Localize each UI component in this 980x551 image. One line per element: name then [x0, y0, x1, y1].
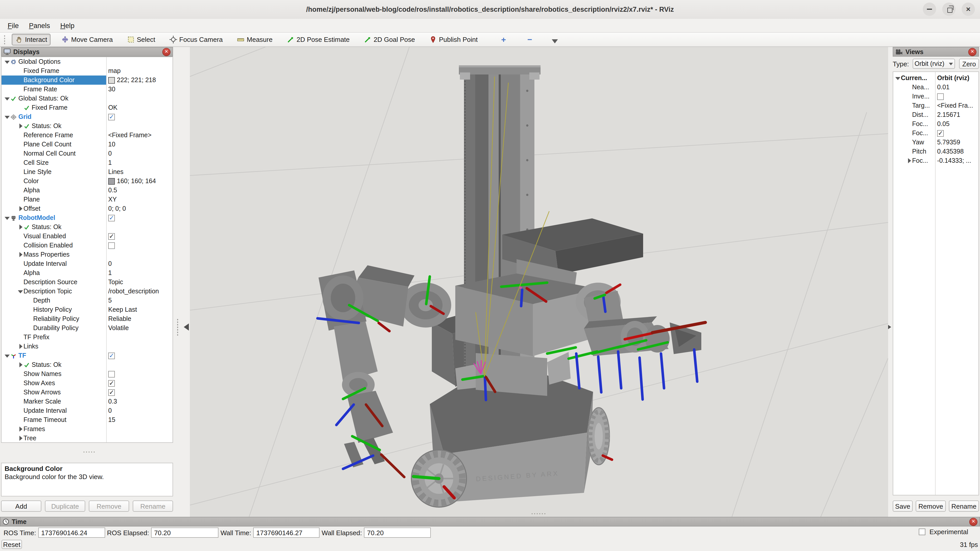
views-close-button[interactable]: ✕ [968, 48, 977, 56]
tool-interact[interactable]: Interact [12, 34, 51, 45]
expander-open-icon[interactable] [4, 114, 10, 120]
views-tree-row[interactable]: Curren...Orbit (rviz) [893, 73, 978, 83]
color-swatch[interactable] [108, 77, 115, 83]
expander-closed-icon[interactable] [18, 251, 24, 258]
displays-tree-row[interactable]: Normal Cell Count0 [2, 149, 172, 158]
views-tree-row[interactable]: Foc...0.05 [893, 119, 978, 129]
displays-tree-row[interactable]: TF✓ [2, 351, 172, 360]
views-tree-row[interactable]: Targ...<Fixed Fra... [893, 101, 978, 110]
duplicate-display-button[interactable]: Duplicate [45, 500, 85, 512]
displays-tree-row[interactable]: Depth5 [2, 296, 172, 305]
toolbar-overflow-icon[interactable] [552, 39, 558, 46]
displays-tree-row[interactable]: Global Status: Ok [2, 94, 172, 103]
checkbox[interactable]: ✓ [108, 214, 115, 221]
views-tree-row[interactable]: Dist...2.15671 [893, 110, 978, 119]
wall-elapsed-value[interactable]: 70.20 [364, 527, 431, 538]
displays-tree-row[interactable]: Mass Properties [2, 250, 172, 259]
checkbox[interactable]: ✓ [108, 389, 115, 395]
displays-tree-row[interactable]: Show Names [2, 369, 172, 379]
displays-tree-row[interactable]: PlaneXY [2, 195, 172, 204]
menu-panels[interactable]: Panels [24, 21, 55, 30]
expander-closed-icon[interactable] [18, 426, 24, 432]
displays-tree-row[interactable]: TF Prefix [2, 333, 172, 342]
experimental-checkbox[interactable] [919, 529, 925, 535]
expander-closed-icon[interactable] [18, 206, 24, 212]
displays-tree-row[interactable]: Color160; 160; 164 [2, 176, 172, 186]
displays-panel-header[interactable]: Displays ✕ [1, 47, 173, 57]
displays-tree-row[interactable]: Reference Frame<Fixed Frame> [2, 130, 172, 140]
expander-open-icon[interactable] [4, 59, 10, 65]
ros-elapsed-value[interactable]: 70.20 [151, 527, 218, 538]
displays-tree-row[interactable]: Cell Size1 [2, 158, 172, 167]
displays-tree-row[interactable]: Update Interval0 [2, 406, 172, 415]
displays-tree-row[interactable]: Reliability PolicyReliable [2, 314, 172, 324]
displays-tree-row[interactable]: Durability PolicyVolatile [2, 324, 172, 333]
displays-tree-row[interactable]: Tree [2, 433, 172, 443]
displays-tree-row[interactable]: Alpha1 [2, 268, 172, 278]
maximize-button[interactable] [942, 3, 956, 16]
menu-help[interactable]: Help [56, 21, 79, 30]
ros-time-value[interactable]: 1737690146.24 [38, 527, 105, 538]
expander-open-icon[interactable] [4, 95, 10, 102]
views-panel-header[interactable]: Views ✕ [893, 47, 979, 57]
expander-closed-icon[interactable] [906, 158, 912, 164]
views-tree-row[interactable]: Inve... [893, 92, 978, 101]
displays-tree-row[interactable]: Visual Enabled✓ [2, 232, 172, 241]
3d-viewport[interactable]: DESIGNED BY ARX [190, 47, 888, 517]
checkbox[interactable]: ✓ [108, 352, 115, 359]
tool-publish-point[interactable]: Publish Point [426, 34, 481, 45]
displays-tree-row[interactable]: Show Arrows✓ [2, 388, 172, 397]
close-button[interactable]: × [962, 3, 975, 16]
displays-tree-row[interactable]: Status: Ok [2, 360, 172, 369]
displays-tree-row[interactable]: History PolicyKeep Last [2, 305, 172, 314]
tool-move-camera[interactable]: Move Camera [58, 34, 116, 45]
tool-focus-camera[interactable]: Focus Camera [166, 34, 226, 45]
tool-select[interactable]: Select [124, 34, 159, 45]
tool-2d-pose-estimate[interactable]: 2D Pose Estimate [283, 34, 353, 45]
views-tree-row[interactable]: Nea...0.01 [893, 83, 978, 92]
checkbox[interactable]: ✓ [108, 380, 115, 386]
add-tool-button[interactable]: + [496, 35, 511, 44]
expander-closed-icon[interactable] [18, 435, 24, 441]
expander-open-icon[interactable] [18, 288, 24, 294]
checkbox[interactable] [937, 93, 944, 100]
splitter-handle[interactable] [83, 451, 96, 453]
displays-tree-row[interactable]: Status: Ok [2, 121, 172, 130]
toolbar-drag-handle[interactable] [3, 35, 6, 44]
zero-button[interactable]: Zero [959, 59, 979, 69]
displays-tree-row[interactable]: Description Topic/robot_description [2, 287, 172, 296]
checkbox[interactable] [108, 242, 115, 249]
remove-view-button[interactable]: Remove [916, 500, 946, 512]
views-tree-row[interactable]: Pitch0.435398 [893, 147, 978, 156]
tool-2d-goal-pose[interactable]: 2D Goal Pose [360, 34, 418, 45]
save-view-button[interactable]: Save [893, 500, 913, 512]
displays-tree-row[interactable]: Status: Ok [2, 222, 172, 232]
expander-open-icon[interactable] [4, 353, 10, 359]
displays-tree-row[interactable]: Frames [2, 424, 172, 433]
displays-tree-row[interactable]: Alpha0.5 [2, 186, 172, 195]
displays-tree-row[interactable]: Grid✓ [2, 112, 172, 121]
displays-tree-row[interactable]: Offset0; 0; 0 [2, 204, 172, 213]
displays-tree-row[interactable]: Description SourceTopic [2, 278, 172, 287]
wall-time-value[interactable]: 1737690146.27 [253, 527, 320, 538]
views-tree-row[interactable]: Foc...✓ [893, 129, 978, 138]
displays-tree-row[interactable]: RobotModel✓ [2, 213, 172, 222]
displays-tree-row[interactable]: Plane Cell Count10 [2, 140, 172, 149]
rename-view-button[interactable]: Rename [949, 500, 979, 512]
views-tree-row[interactable]: Foc...-0.14333; ... [893, 156, 978, 165]
minimize-button[interactable] [923, 3, 936, 16]
displays-tree-row[interactable]: Collision Enabled [2, 241, 172, 250]
displays-tree-row[interactable]: Marker Scale0.3 [2, 397, 172, 406]
displays-close-button[interactable]: ✕ [162, 48, 170, 56]
expander-open-icon[interactable] [895, 75, 901, 81]
expander-open-icon[interactable] [4, 215, 10, 221]
menu-file[interactable]: File [3, 21, 24, 30]
splitter-dots[interactable] [177, 318, 179, 336]
expander-closed-icon[interactable] [18, 362, 24, 368]
titlebar[interactable]: /home/zj/personal/web-blog/code/ros/inst… [0, 0, 980, 19]
horizontal-splitter-dots[interactable] [531, 513, 546, 515]
checkbox[interactable]: ✓ [108, 233, 115, 240]
reset-button[interactable]: Reset [2, 540, 22, 549]
checkbox[interactable]: ✓ [937, 130, 944, 137]
displays-tree-row[interactable]: Line StyleLines [2, 167, 172, 176]
